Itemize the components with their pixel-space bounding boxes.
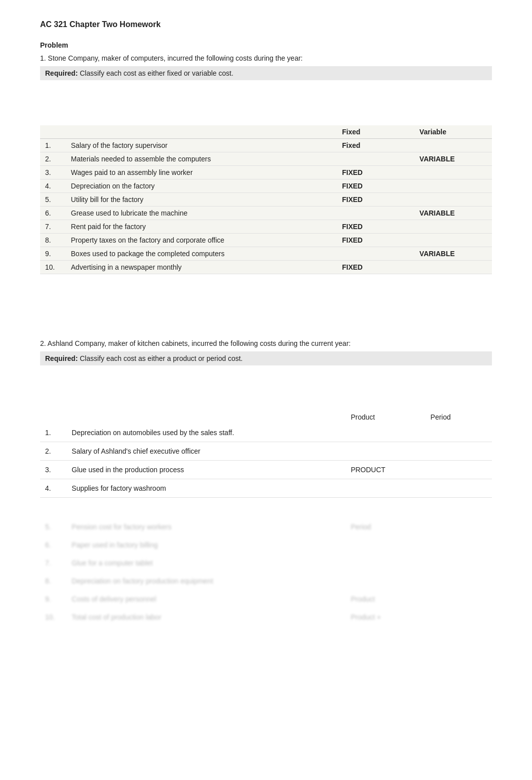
t1-desc: Depreciation on the factory <box>66 179 337 193</box>
t1-fixed <box>337 207 415 220</box>
t2b-num: 6. <box>40 536 67 554</box>
t2b-num: 8. <box>40 572 67 590</box>
t1-num: 2. <box>40 152 66 166</box>
t1-fixed: FIXED <box>337 234 415 247</box>
t2b-product <box>346 572 425 590</box>
header-variable: Variable <box>414 125 492 139</box>
t1-num: 3. <box>40 166 66 179</box>
t1-variable <box>414 179 492 193</box>
t2-header-period: Period <box>425 411 492 424</box>
t2-num: 1. <box>40 424 67 442</box>
t1-fixed: FIXED <box>337 166 415 179</box>
t2b-period <box>425 608 492 626</box>
t2-num: 4. <box>40 479 67 498</box>
t2-desc: Salary of Ashland's chief executive offi… <box>67 442 346 461</box>
t2-period <box>425 424 492 442</box>
problem-label: Problem <box>40 41 492 49</box>
t2-period <box>425 461 492 479</box>
problem1-text: 1. Stone Company, maker of computers, in… <box>40 54 492 62</box>
t2-product <box>346 424 425 442</box>
t2b-num: 9. <box>40 590 67 608</box>
t1-desc: Boxes used to package the completed comp… <box>66 247 337 261</box>
t2b-desc: Paper used in factory billing <box>67 536 346 554</box>
t1-desc: Grease used to lubricate the machine <box>66 207 337 220</box>
t1-desc: Utility bill for the factory <box>66 193 337 207</box>
problem2-text: 2. Ashland Company, maker of kitchen cab… <box>40 339 492 347</box>
t2b-period <box>425 518 492 536</box>
required-box-1: Required: Classify each cost as either f… <box>40 66 492 80</box>
t1-num: 9. <box>40 247 66 261</box>
t1-desc: Property taxes on the factory and corpor… <box>66 234 337 247</box>
t1-num: 5. <box>40 193 66 207</box>
t2-period <box>425 442 492 461</box>
t1-fixed: FIXED <box>337 179 415 193</box>
t1-desc: Wages paid to an assembly line worker <box>66 166 337 179</box>
t1-variable <box>414 220 492 234</box>
t2b-product <box>346 554 425 572</box>
t1-num: 1. <box>40 139 66 152</box>
required-label-1: Required: <box>45 69 78 77</box>
t1-variable <box>414 139 492 152</box>
t2b-product <box>346 536 425 554</box>
t1-desc: Salary of the factory supervisor <box>66 139 337 152</box>
t2b-period <box>425 572 492 590</box>
t1-num: 10. <box>40 261 66 274</box>
t2-num: 3. <box>40 461 67 479</box>
t2b-num: 7. <box>40 554 67 572</box>
t2b-desc: Costs of delivery personnel <box>67 590 346 608</box>
t1-variable: VARIABLE <box>414 152 492 166</box>
t1-num: 7. <box>40 220 66 234</box>
t1-fixed <box>337 247 415 261</box>
page-title: AC 321 Chapter Two Homework <box>40 20 492 29</box>
t1-num: 6. <box>40 207 66 220</box>
t2b-desc: Glue for a computer tablet <box>67 554 346 572</box>
table2-row: 1. Depreciation on automobiles used by t… <box>40 424 492 442</box>
table1-row: 1. Salary of the factory supervisor Fixe… <box>40 139 492 152</box>
t2b-product: Product + <box>346 608 425 626</box>
table1-row: 7. Rent paid for the factory FIXED <box>40 220 492 234</box>
t2-desc: Supplies for factory washroom <box>67 479 346 498</box>
t1-desc: Advertising in a newspaper monthly <box>66 261 337 274</box>
t2-header-desc <box>67 411 346 424</box>
t2b-num: 5. <box>40 518 67 536</box>
t2b-desc: Depreciation on factory production equip… <box>67 572 346 590</box>
t2-header-num <box>40 411 67 424</box>
table2-row-blurred: 9. Costs of delivery personnel Product <box>40 590 492 608</box>
table-2-blurred: 5. Pension cost for factory workers Peri… <box>40 518 492 626</box>
table1-row: 4. Depreciation on the factory FIXED <box>40 179 492 193</box>
t1-variable <box>414 261 492 274</box>
table1-row: 3. Wages paid to an assembly line worker… <box>40 166 492 179</box>
table2-row-blurred: 5. Pension cost for factory workers Peri… <box>40 518 492 536</box>
t1-variable: VARIABLE <box>414 207 492 220</box>
t1-fixed: FIXED <box>337 193 415 207</box>
t1-fixed: FIXED <box>337 220 415 234</box>
table1-row: 10. Advertising in a newspaper monthly F… <box>40 261 492 274</box>
t2b-period <box>425 554 492 572</box>
required-text-1: Classify each cost as either fixed or va… <box>78 69 233 77</box>
t2b-desc: Pension cost for factory workers <box>67 518 346 536</box>
table2-row: 2. Salary of Ashland's chief executive o… <box>40 442 492 461</box>
t2-desc: Glue used in the production process <box>67 461 346 479</box>
t2b-period <box>425 536 492 554</box>
header-desc <box>66 125 337 139</box>
t1-fixed: FIXED <box>337 261 415 274</box>
table2-row: 3. Glue used in the production process P… <box>40 461 492 479</box>
t1-variable <box>414 166 492 179</box>
t1-fixed: Fixed <box>337 139 415 152</box>
t1-fixed <box>337 152 415 166</box>
table2-row: 4. Supplies for factory washroom <box>40 479 492 498</box>
t2-num: 2. <box>40 442 67 461</box>
table2-row-blurred: 7. Glue for a computer tablet <box>40 554 492 572</box>
table2-header: Product Period <box>40 411 492 424</box>
t1-variable <box>414 193 492 207</box>
t1-num: 8. <box>40 234 66 247</box>
t2b-product: Period <box>346 518 425 536</box>
table2-row-blurred: 10. Total cost of production labor Produ… <box>40 608 492 626</box>
t2-product: PRODUCT <box>346 461 425 479</box>
required-box-2: Required: Classify each cost as either a… <box>40 351 492 365</box>
t2b-product: Product <box>346 590 425 608</box>
t1-desc: Rent paid for the factory <box>66 220 337 234</box>
t2b-desc: Total cost of production labor <box>67 608 346 626</box>
table2-row-blurred: 6. Paper used in factory billing <box>40 536 492 554</box>
table1-row: 8. Property taxes on the factory and cor… <box>40 234 492 247</box>
